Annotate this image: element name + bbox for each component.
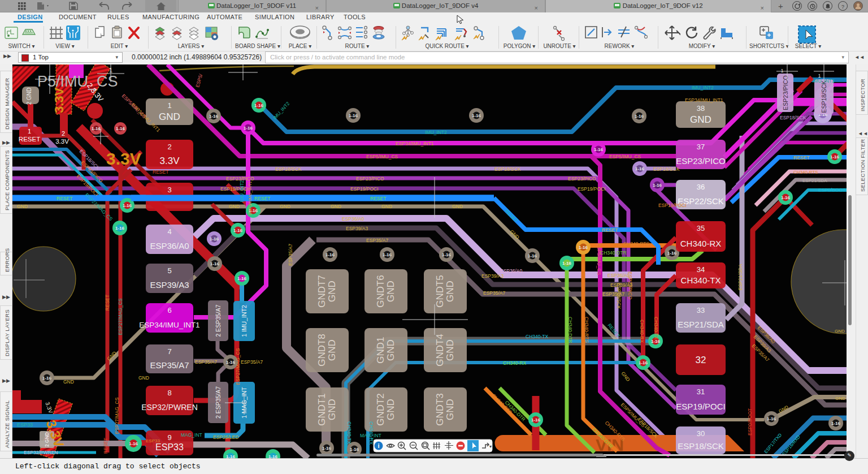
svg-text:ESP21/SDA: ESP21/SDA xyxy=(802,178,827,183)
svg-text:GND: GND xyxy=(159,111,180,122)
svg-text:GND: GND xyxy=(229,204,240,209)
svg-text:ESP39/A3: ESP39/A3 xyxy=(150,280,189,290)
svg-text:ESP32/PWREN: ESP32/PWREN xyxy=(24,450,58,455)
svg-text:▾: ▾ xyxy=(489,444,492,449)
svg-text:GNDT7: GNDT7 xyxy=(316,275,327,308)
svg-text:IMU_INT2: IMU_INT2 xyxy=(425,130,447,135)
svg-text:ESP19/POCI: ESP19/POCI xyxy=(658,202,687,208)
svg-text:ESP18/SCK: ESP18/SCK xyxy=(653,166,680,172)
svg-text:CH340-TX: CH340-TX xyxy=(526,334,548,339)
svg-text:1-16: 1-16 xyxy=(210,261,220,266)
svg-text:ESP39/A3: ESP39/A3 xyxy=(481,273,504,279)
svg-text:ESP18/SCK: ESP18/SCK xyxy=(275,166,302,172)
svg-text:MAG_INT: MAG_INT xyxy=(360,433,381,438)
svg-text:ESP36/A0: ESP36/A0 xyxy=(607,273,630,278)
svg-text:3: 3 xyxy=(167,186,171,194)
svg-text:RESET: RESET xyxy=(370,196,386,201)
svg-text:ESP23/PICO: ESP23/PICO xyxy=(782,75,789,110)
svg-text:37: 37 xyxy=(697,143,705,151)
svg-text:2: 2 xyxy=(62,130,65,137)
svg-text:3.3V: 3.3V xyxy=(106,149,141,168)
svg-text:ESP19/POCI: ESP19/POCI xyxy=(578,186,606,192)
svg-text:ESP18/SCK: ESP18/SCK xyxy=(780,115,806,120)
svg-text:1-16: 1-16 xyxy=(115,226,125,231)
svg-text:GND: GND xyxy=(452,204,463,209)
svg-text:ESP34/IMU_INT1: ESP34/IMU_INT1 xyxy=(396,141,434,146)
svg-text:1-16: 1-16 xyxy=(210,236,219,242)
svg-text:ESP33: ESP33 xyxy=(17,422,33,428)
svg-text:33: 33 xyxy=(697,306,705,314)
svg-text:4: 4 xyxy=(167,227,171,236)
svg-text:GND: GND xyxy=(17,204,28,209)
svg-text:ESP5/IMU_CS: ESP5/IMU_CS xyxy=(596,243,602,275)
svg-text:1-16: 1-16 xyxy=(651,339,661,344)
svg-text:ESP18/SCK: ESP18/SCK xyxy=(678,441,724,451)
svg-text:GND: GND xyxy=(327,339,337,361)
svg-text:CH340-DTR: CH340-DTR xyxy=(567,317,573,343)
svg-text:GND: GND xyxy=(327,281,337,302)
svg-text:1-16: 1-16 xyxy=(349,113,358,118)
svg-text:GNDT4: GNDT4 xyxy=(435,334,445,367)
svg-text:?: ? xyxy=(841,4,844,10)
svg-text:3.3V: 3.3V xyxy=(160,156,180,166)
svg-text:GND: GND xyxy=(385,339,396,361)
svg-text:31: 31 xyxy=(697,387,705,396)
svg-text:RESET: RESET xyxy=(793,155,809,161)
svg-text:1-16: 1-16 xyxy=(635,114,644,119)
svg-text:ESP35/A7: ESP35/A7 xyxy=(366,238,388,243)
svg-text:1-16: 1-16 xyxy=(579,245,588,250)
svg-text:ESP35/A7: ESP35/A7 xyxy=(602,291,624,297)
svg-text:3.3V: 3.3V xyxy=(52,87,66,113)
svg-text:CH340-TX: CH340-TX xyxy=(681,275,721,285)
svg-text:RESET: RESET xyxy=(19,136,40,143)
svg-text:GND: GND xyxy=(445,399,455,420)
svg-text:RESET: RESET xyxy=(57,196,72,201)
svg-text:3.3V: 3.3V xyxy=(55,138,69,145)
svg-text:CH340-TX: CH340-TX xyxy=(346,421,352,444)
svg-text:ESP0/BOOT: ESP0/BOOT xyxy=(818,187,845,193)
svg-text:GND: GND xyxy=(280,204,290,209)
svg-text:1-16: 1-16 xyxy=(562,261,572,266)
svg-text:6: 6 xyxy=(167,306,171,314)
svg-text:IMU_INT2: IMU_INT2 xyxy=(692,85,714,91)
svg-text:1: 1 xyxy=(780,68,783,74)
svg-text:1-16: 1-16 xyxy=(635,166,645,171)
svg-text:ESP25/LED: ESP25/LED xyxy=(213,434,238,440)
svg-text:1-16: 1-16 xyxy=(237,276,247,281)
svg-text:1-16: 1-16 xyxy=(233,228,243,233)
svg-text:ESP34/IMU_INT1: ESP34/IMU_INT1 xyxy=(139,321,199,329)
svg-text:CH340-RX: CH340-RX xyxy=(639,320,645,343)
svg-text:1-16: 1-16 xyxy=(781,195,791,200)
svg-text:ESP36/A0: ESP36/A0 xyxy=(342,216,364,222)
svg-text:GND: GND xyxy=(138,375,149,381)
svg-text:CH340-TX: CH340-TX xyxy=(653,317,659,339)
svg-text:1-16: 1-16 xyxy=(383,252,392,257)
svg-text:CH340-RX: CH340-RX xyxy=(680,239,722,248)
svg-text:ESP19/POCI: ESP19/POCI xyxy=(676,402,726,411)
svg-text:GND: GND xyxy=(385,399,396,420)
svg-text:1-16: 1-16 xyxy=(350,447,359,452)
svg-text:ESP33: ESP33 xyxy=(146,438,160,443)
svg-text:9: 9 xyxy=(167,433,171,442)
svg-text:RESET: RESET xyxy=(153,169,168,175)
svg-text:1-16: 1-16 xyxy=(268,454,278,458)
svg-text:ESP27/MAG_CS: ESP27/MAG_CS xyxy=(235,348,241,385)
svg-text:1-16: 1-16 xyxy=(42,376,52,381)
svg-text:GND: GND xyxy=(63,379,74,385)
svg-text:ESP33: ESP33 xyxy=(155,442,184,452)
svg-text:ESP35/A7: ESP35/A7 xyxy=(195,359,217,365)
svg-text:GND: GND xyxy=(835,396,845,401)
svg-text:2 ESP35/A7: 2 ESP35/A7 xyxy=(215,386,222,419)
svg-text:GNDT3: GNDT3 xyxy=(435,393,445,426)
svg-text:CH340-RTS: CH340-RTS xyxy=(793,170,818,175)
svg-text:ESP32/PWREN: ESP32/PWREN xyxy=(141,403,198,412)
svg-text:ESP27/MAG_CS: ESP27/MAG_CS xyxy=(118,298,123,335)
svg-text:ESP39/A3: ESP39/A3 xyxy=(610,282,632,288)
svg-text:GND: GND xyxy=(327,399,337,420)
svg-text:ESP39/A3: ESP39/A3 xyxy=(346,226,368,231)
svg-text:RESET: RESET xyxy=(602,227,618,233)
svg-text:GNDT8: GNDT8 xyxy=(316,334,327,367)
svg-text:1-16: 1-16 xyxy=(667,251,677,256)
svg-text:ESP0/BOOT: ESP0/BOOT xyxy=(747,408,753,436)
svg-text:i: i xyxy=(377,442,379,449)
